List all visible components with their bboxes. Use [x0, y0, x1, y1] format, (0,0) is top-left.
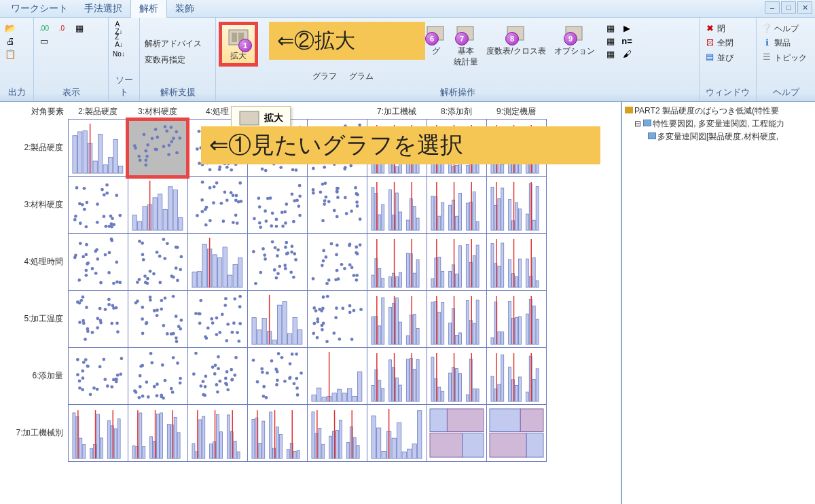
svg-rect-892 [417, 411, 421, 458]
help-button[interactable]: ❔ヘルプ [759, 22, 809, 34]
grid-btn-1[interactable]: ▦ [603, 22, 618, 34]
svg-point-440 [348, 242, 351, 246]
menu-analysis[interactable]: 解析 [130, 0, 167, 18]
matrix-cell[interactable] [247, 177, 307, 234]
option-button[interactable]: 9オプション [551, 22, 598, 57]
svg-rect-815 [96, 414, 99, 458]
matrix-cell[interactable] [307, 405, 367, 462]
svg-rect-623 [448, 323, 451, 344]
svg-point-660 [84, 358, 87, 361]
matrix-cell[interactable] [427, 291, 486, 348]
svg-point-562 [211, 321, 214, 325]
matrix-cell[interactable] [247, 405, 307, 462]
analysis-advice-button[interactable]: 解析アドバイス [143, 37, 204, 49]
matrix-cell[interactable] [427, 405, 486, 462]
matrix-cell[interactable] [68, 291, 128, 348]
matrix-cell[interactable] [128, 405, 187, 462]
matrix-cell[interactable] [307, 177, 367, 234]
matrix-cell[interactable] [68, 348, 128, 405]
decimals-inc-button[interactable]: .00 [37, 22, 52, 34]
matrix-cell[interactable] [367, 177, 427, 234]
print-button[interactable]: 🖨 [3, 35, 18, 47]
matrix-cell[interactable] [427, 234, 486, 291]
matrix-cell[interactable] [68, 234, 128, 291]
copy-button[interactable]: 📋 [3, 48, 18, 60]
matrix-cell[interactable] [486, 348, 546, 405]
variable-respec-button[interactable]: 変数再指定 [143, 53, 187, 65]
matrix-cell[interactable] [307, 291, 367, 348]
matrix-cell[interactable] [367, 348, 427, 405]
win-close-button[interactable]: ✖閉 [702, 22, 736, 34]
matrix-cell[interactable] [486, 234, 546, 291]
menu-worksheet[interactable]: ワークシート [3, 0, 76, 18]
matrix-cell[interactable] [427, 348, 486, 405]
matrix-cell[interactable] [486, 177, 546, 234]
decimals-dec-button[interactable]: .0 [54, 22, 69, 34]
menu-method[interactable]: 手法選択 [76, 0, 130, 18]
svg-rect-897 [463, 433, 484, 458]
op-button-6[interactable]: 6グ [422, 22, 450, 57]
sort-num-icon: No↓ [113, 48, 124, 59]
svg-rect-456 [416, 259, 419, 287]
sort-asc-button[interactable]: AZ↓ [111, 22, 126, 34]
matrix-cell[interactable] [128, 120, 187, 177]
enlarge-button[interactable]: 1 拡大 [219, 22, 258, 67]
product-button[interactable]: ℹ製品 [759, 36, 809, 48]
svg-point-716 [216, 391, 219, 394]
sort-desc-button[interactable]: ZA↓ [111, 35, 126, 47]
svg-point-210 [225, 198, 228, 202]
layout-button[interactable]: ▦ [72, 22, 87, 34]
matrix-cell[interactable] [307, 234, 367, 291]
matrix-cell[interactable] [367, 234, 427, 291]
menu-decorate[interactable]: 装飾 [167, 0, 202, 18]
svg-rect-566 [251, 318, 255, 344]
close-button[interactable]: ✕ [797, 1, 812, 14]
matrix-cell[interactable] [307, 348, 367, 405]
matrix-cell[interactable] [187, 348, 247, 405]
tree-child-1[interactable]: ⊟ 特性要因図, 多変量連関図, 工程能力 [625, 118, 812, 130]
op-button-7[interactable]: 7基本統計量 [451, 22, 481, 69]
grid-btn-3[interactable]: ▦ [603, 48, 618, 60]
win-closeall-button[interactable]: ⛝全閉 [702, 36, 736, 48]
svg-rect-199 [158, 194, 162, 230]
brush-btn[interactable]: 🖌 [619, 48, 634, 60]
matrix-cell[interactable] [427, 177, 486, 234]
matrix-cell[interactable] [247, 291, 307, 348]
matrix-cell[interactable] [247, 348, 307, 405]
tree-root[interactable]: PART2 製品硬度のばらつき低減(特性要 [625, 105, 812, 118]
play-btn[interactable]: ▶ [619, 22, 634, 34]
matrix-cell[interactable] [187, 291, 247, 348]
matrix-cell[interactable] [247, 234, 307, 291]
bold-btn[interactable]: n= [619, 35, 634, 47]
matrix-cell[interactable] [187, 177, 247, 234]
matrix-cell[interactable] [128, 348, 187, 405]
freq-cross-button[interactable]: 8度数表/クロス表 [482, 22, 550, 57]
matrix-cell[interactable] [367, 291, 427, 348]
open-button[interactable]: 📂 [3, 22, 18, 34]
matrix-cell[interactable] [128, 234, 187, 291]
matrix-cell[interactable] [187, 405, 247, 462]
matrix-cell[interactable] [68, 405, 128, 462]
matrix-cell[interactable] [128, 291, 187, 348]
topic-button[interactable]: ☰トピック [759, 51, 809, 63]
matrix-cell[interactable] [68, 177, 128, 234]
grid-btn-2[interactable]: ▦ [603, 35, 618, 47]
select-area-button[interactable]: ▭ [37, 35, 52, 47]
matrix-cell[interactable] [68, 120, 128, 177]
matrix-cell[interactable] [486, 291, 546, 348]
svg-point-680 [160, 394, 163, 397]
svg-point-358 [158, 255, 161, 258]
svg-point-671 [114, 378, 117, 381]
matrix-cell[interactable] [187, 234, 247, 291]
svg-rect-633 [490, 338, 493, 344]
maximize-button[interactable]: □ [781, 1, 796, 14]
win-arrange-button[interactable]: ▤並び [702, 51, 736, 63]
svg-point-219 [200, 210, 204, 213]
minimize-button[interactable]: – [765, 1, 780, 14]
svg-point-712 [213, 372, 216, 376]
tree-child-2[interactable]: 多変量連関図[製品硬度,材料硬度, [625, 130, 812, 143]
matrix-cell[interactable] [486, 405, 546, 462]
sort-num-button[interactable]: No↓ [111, 48, 126, 60]
matrix-cell[interactable] [367, 405, 427, 462]
matrix-cell[interactable] [128, 177, 187, 234]
